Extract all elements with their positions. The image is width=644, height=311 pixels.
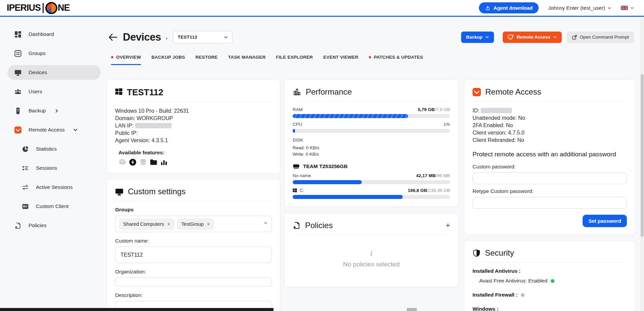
breadcrumb-separator: › <box>166 35 168 42</box>
backup-dropdown-button[interactable]: Backup <box>461 32 494 43</box>
open-command-prompt-button[interactable]: Open Command Prompt <box>567 32 634 43</box>
tab-overview[interactable]: OVERVIEW <box>111 55 141 65</box>
horizontal-scrollbar-thumb[interactable] <box>407 308 417 311</box>
ram-row: RAM 5,79 GB/7,9 GB <box>293 107 450 112</box>
volume-progress-bar <box>293 180 450 184</box>
tab-label: TASK MANAGER <box>228 55 266 60</box>
sidebar-item-devices[interactable]: Devices <box>7 65 101 80</box>
sidebar-item-label: Policies <box>29 222 46 228</box>
firewall-label-text: Installed Firewall : <box>473 292 517 298</box>
sidebar-item-groups[interactable]: Groups <box>7 46 101 61</box>
remote-access-icon <box>473 88 481 96</box>
open-command-prompt-label: Open Command Prompt <box>580 35 629 40</box>
language-menu[interactable] <box>621 6 634 10</box>
tab-label: EVENT VIEWER <box>323 55 358 60</box>
groups-multiselect[interactable]: Shared Computers × TestGroup × <box>115 216 272 232</box>
user-menu[interactable]: Johnny Enter (test_user) <box>548 5 611 11</box>
tab-patches-updates[interactable]: PATCHES & UPDATES <box>369 55 423 65</box>
disk-read: Read: 0 KB/s <box>293 145 450 150</box>
organization-input[interactable] <box>115 277 272 287</box>
disk-label: DISK <box>293 138 450 143</box>
chevron-right-icon <box>54 109 59 113</box>
shield-icon <box>473 249 481 257</box>
device-select-value: TEST112 <box>178 35 197 40</box>
set-password-button[interactable]: Set password <box>583 215 627 227</box>
sidebar-item-users[interactable]: Users <box>7 84 101 99</box>
column-chart-icon <box>293 88 301 96</box>
remove-chip-icon[interactable]: × <box>167 221 170 227</box>
cpu-progress-fill <box>293 129 295 133</box>
retype-password-input[interactable] <box>473 197 627 209</box>
card-heading: Custom settings <box>128 187 186 196</box>
tab-label: PATCHES & UPDATES <box>374 55 423 60</box>
list-icon <box>22 165 29 172</box>
volume-row: C: 166,8 GB/238,36 GB <box>293 188 450 193</box>
volume-value: 166,8 GB/238,36 GB <box>408 188 450 193</box>
lan-ip-label: LAN IP: <box>115 123 134 128</box>
vertical-scrollbar-track <box>640 18 644 311</box>
volume-name: No name <box>293 173 311 178</box>
horizontal-scrollbar[interactable] <box>0 308 274 311</box>
remote-monitor-icon <box>508 34 514 40</box>
device-select[interactable]: TEST112 <box>173 31 233 43</box>
available-features-label: Available features: <box>118 150 272 156</box>
group-chip[interactable]: Shared Computers × <box>119 219 174 229</box>
antivirus-status-text: Avast Free Antivirus: Enabled <box>479 278 547 284</box>
tab-backup-jobs[interactable]: BACKUP JOBS <box>151 55 185 65</box>
overview-content: TEST112 Windows 10 Pro - Build: 22631 Do… <box>105 65 644 311</box>
backup-server-icon <box>14 107 21 114</box>
tab-restore[interactable]: RESTORE <box>195 55 217 65</box>
vertical-scrollbar-thumb[interactable] <box>641 74 644 237</box>
unattended-mode-line: Unattended mode: No <box>473 114 627 122</box>
brand-logo: IPERIUS NE <box>7 2 70 14</box>
remote-access-button[interactable]: Remote Access <box>503 32 562 43</box>
remote-access-title: Remote Access <box>473 87 627 102</box>
page-title: Devices <box>123 31 161 43</box>
windows-label: Windows : <box>473 306 627 311</box>
brand-circle-icon <box>45 2 57 14</box>
organization-label: Organization: <box>115 269 272 275</box>
drive-title: TEAM T253256GB <box>293 163 450 169</box>
groups-icon <box>14 50 21 57</box>
volume-name: C: <box>300 188 304 193</box>
volume-progress-fill <box>293 180 362 184</box>
agent-download-button[interactable]: Agent download <box>479 2 539 13</box>
security-title: Security <box>473 248 627 263</box>
custom-password-input[interactable] <box>473 172 627 184</box>
custom-settings-card: Custom settings Groups Shared Computers … <box>107 179 280 311</box>
custom-password-label: Custom password: <box>473 164 627 170</box>
sidebar-item-sessions[interactable]: Sessions <box>7 161 101 175</box>
backup-button-label: Backup <box>466 35 483 40</box>
sidebar-item-policies[interactable]: Policies <box>7 218 101 233</box>
sidebar-item-remote-access[interactable]: Remote Access <box>7 122 101 137</box>
remove-chip-icon[interactable]: × <box>207 221 210 227</box>
tab-label: FILE EXPLORER <box>276 55 313 60</box>
tab-file-explorer[interactable]: FILE EXPLORER <box>276 55 313 65</box>
firewall-label: Installed Firewall : <box>473 292 627 298</box>
statistics-bars-icon <box>160 158 168 166</box>
sidebar-item-active-sessions[interactable]: Active Sessions <box>7 180 101 195</box>
sidebar-item-label: Custom Client <box>36 203 68 209</box>
policies-card: Policies + i No policies selected <box>284 213 458 287</box>
file-explorer-folder-icon <box>150 158 157 166</box>
sidebar-item-backup[interactable]: Backup <box>7 103 101 118</box>
windows-logo-icon <box>293 188 297 193</box>
tab-task-manager[interactable]: TASK MANAGER <box>228 55 266 65</box>
policy-document-icon <box>293 221 301 229</box>
card-heading: Policies <box>305 221 333 230</box>
ram-value: 5,79 GB/7,9 GB <box>418 107 450 112</box>
group-chip[interactable]: TestGroup × <box>177 219 214 229</box>
back-arrow-button[interactable] <box>108 33 117 41</box>
download-icon <box>485 5 491 11</box>
info-icon: i <box>293 249 450 258</box>
device-info-card: TEST112 Windows 10 Pro - Build: 22631 Do… <box>107 80 280 174</box>
sidebar-item-label: Dashboard <box>29 31 54 37</box>
add-policy-button[interactable]: + <box>446 222 450 229</box>
sidebar-item-custom-client[interactable]: Custom Client <box>7 199 101 214</box>
sidebar-item-statistics[interactable]: Statistics <box>7 142 101 156</box>
sidebar-item-label: Groups <box>29 50 46 56</box>
sidebar-item-dashboard[interactable]: Dashboard <box>7 27 101 42</box>
cpu-progress-bar <box>293 129 450 133</box>
custom-name-input[interactable] <box>115 247 272 263</box>
tab-event-viewer[interactable]: EVENT VIEWER <box>323 55 358 65</box>
